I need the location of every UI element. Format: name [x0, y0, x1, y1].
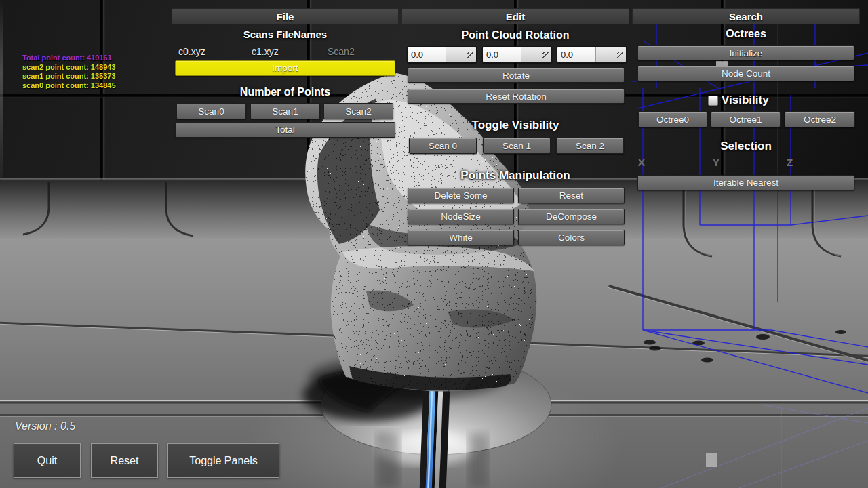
rotation-z-drag-handle[interactable] [595, 47, 626, 62]
file-panel-title: File [172, 8, 399, 24]
toggle-scan2-button[interactable]: Scan 2 [556, 138, 624, 154]
search-panel-title: Search [632, 8, 860, 24]
filename-scan0: c0.xyz [178, 46, 205, 57]
octree0-button[interactable]: Octree0 [638, 111, 707, 127]
reset-button[interactable]: Reset [91, 443, 158, 478]
rotation-x-value[interactable]: 0.0 [408, 47, 446, 62]
scan1-point-count: scan1 point count: 135373 [22, 72, 116, 81]
selection-z-label: Z [787, 157, 793, 168]
white-button[interactable]: White [408, 230, 514, 245]
rotation-z-spinbox[interactable]: 0.0 [557, 46, 627, 63]
rotation-x-spinbox[interactable]: 0.0 [407, 46, 477, 63]
rotate-button[interactable]: Rotate [408, 68, 625, 83]
iterable-nearest-button[interactable]: Iterable Nearest [637, 175, 854, 190]
rotation-x-drag-handle[interactable] [446, 47, 476, 62]
node-count-button[interactable]: Node Count [637, 66, 854, 81]
octree2-button[interactable]: Octree2 [785, 111, 855, 127]
toggle-scan1-button[interactable]: Scan 1 [483, 138, 551, 154]
selection-y-label: Y [713, 157, 719, 168]
filename-scan2: Scan2 [328, 46, 355, 57]
import-button[interactable]: Import [175, 60, 395, 76]
point-cloud-rotation-heading: Point Cloud Rotation [401, 29, 629, 41]
quit-button[interactable]: Quit [14, 443, 81, 478]
octrees-heading: Octrees [632, 28, 860, 40]
points-total-button[interactable]: Total [175, 122, 395, 138]
delete-some-button[interactable]: Delete Some [408, 188, 514, 203]
octree1-button[interactable]: Octree1 [711, 111, 781, 127]
version-label: Version : 0.5 [15, 420, 75, 432]
nodesize-button[interactable]: NodeSize [408, 209, 514, 224]
total-point-count: Total point count: 419161 [22, 54, 116, 63]
rotation-y-drag-handle[interactable] [521, 47, 551, 62]
scan0-point-count: scan0 point count: 134845 [22, 81, 116, 91]
floor-marker [706, 453, 717, 467]
visibility-checkbox[interactable] [708, 96, 718, 106]
toggle-scan0-button[interactable]: Scan 0 [409, 138, 477, 154]
points-scan0-button[interactable]: Scan0 [176, 103, 246, 119]
points-scan2-button[interactable]: Scan2 [323, 103, 393, 119]
selection-x-label: X [638, 157, 645, 168]
reset-rotation-button[interactable]: Reset Rotation [408, 89, 625, 104]
decompose-button[interactable]: DeCompose [518, 209, 625, 224]
octree-visibility-label: Visibility [722, 94, 783, 107]
points-scan1-button[interactable]: Scan1 [250, 103, 320, 119]
points-manipulation-heading: Points Manipulation [401, 169, 629, 182]
point-count-overlay: Total point count: 419161 scan2 point co… [22, 54, 116, 90]
rotation-y-value[interactable]: 0.0 [483, 47, 521, 62]
colors-button[interactable]: Colors [518, 230, 625, 245]
reset-points-button[interactable]: Reset [518, 188, 625, 203]
edit-panel-title: Edit [401, 8, 629, 24]
scan2-point-count: scan2 point count: 148943 [22, 63, 116, 73]
initialize-button[interactable]: Initialize [637, 45, 854, 60]
selection-heading: Selection [632, 140, 860, 153]
toggle-panels-button[interactable]: Toggle Panels [167, 443, 279, 478]
toggle-visibility-heading: Toggle Visibility [401, 119, 629, 132]
number-of-points-heading: Number of Points [172, 86, 399, 98]
filename-scan1: c1.xyz [252, 46, 279, 57]
scans-filenames-heading: Scans FileNames [172, 28, 399, 40]
rotation-y-spinbox[interactable]: 0.0 [482, 46, 552, 63]
octree-wireframe-faint [661, 405, 868, 488]
rotation-z-value[interactable]: 0.0 [557, 47, 595, 62]
